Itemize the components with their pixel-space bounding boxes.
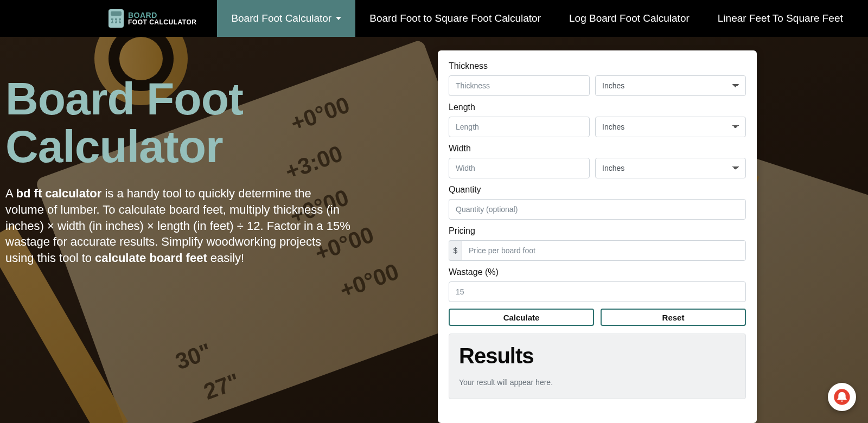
site-logo[interactable]: BOARD FOOT CALCULATOR xyxy=(108,9,196,28)
width-input[interactable] xyxy=(449,158,590,178)
nav-item-bf-to-sqft[interactable]: Board Foot to Square Foot Calculator xyxy=(355,0,555,37)
calculate-button[interactable]: Calculate xyxy=(449,309,594,326)
bell-icon xyxy=(833,388,851,406)
nav-item-log-bf[interactable]: Log Board Foot Calculator xyxy=(555,0,704,37)
nav-label: Linear Feet To Square Feet xyxy=(718,12,843,24)
label-pricing: Pricing xyxy=(449,226,746,236)
notification-button[interactable] xyxy=(828,383,856,411)
thickness-input[interactable] xyxy=(449,75,590,96)
hero-section: +0°00 +3:00 +0°00 +0°00 +0°00 30" 27" xyxy=(0,37,868,423)
reset-button[interactable]: Reset xyxy=(601,309,746,326)
button-row: Calculate Reset xyxy=(449,309,746,326)
quantity-input[interactable] xyxy=(449,199,746,220)
currency-prefix: $ xyxy=(449,240,462,261)
length-unit-select[interactable]: Inches xyxy=(595,117,746,137)
nav-item-linear-to-sqft[interactable]: Linear Feet To Square Feet xyxy=(704,0,857,37)
label-quantity: Quantity xyxy=(449,185,746,195)
field-thickness: Thickness Inches xyxy=(449,61,746,96)
wastage-input[interactable] xyxy=(449,281,746,302)
field-width: Width Inches xyxy=(449,144,746,178)
text-bold: bd ft calculator xyxy=(16,187,102,200)
length-input[interactable] xyxy=(449,117,590,137)
field-pricing: Pricing $ xyxy=(449,226,746,261)
calculator-icon xyxy=(108,9,124,28)
field-length: Length Inches xyxy=(449,102,746,137)
label-length: Length xyxy=(449,102,746,112)
label-width: Width xyxy=(449,144,746,153)
primary-nav: Board Foot Calculator Board Foot to Squa… xyxy=(217,0,857,37)
logo-line1: BOARD xyxy=(128,11,196,19)
nav-label: Board Foot Calculator xyxy=(231,12,331,24)
top-navbar: BOARD FOOT CALCULATOR Board Foot Calcula… xyxy=(0,0,868,37)
nav-label: Board Foot to Square Foot Calculator xyxy=(369,12,541,24)
text-bold: calculate board feet xyxy=(95,251,207,265)
text: A xyxy=(5,187,16,200)
field-wastage: Wastage (%) xyxy=(449,267,746,302)
nav-label: Log Board Foot Calculator xyxy=(569,12,690,24)
thickness-unit-select[interactable]: Inches xyxy=(595,75,746,96)
price-input[interactable] xyxy=(462,240,746,261)
field-quantity: Quantity xyxy=(449,185,746,220)
hero-description: A bd ft calculator is a handy tool to qu… xyxy=(5,185,353,266)
hero-copy: Board Foot Calculator A bd ft calculator… xyxy=(5,75,353,423)
calculator-card: Thickness Inches Length Inches xyxy=(438,50,757,423)
results-panel: Results Your result will appear here. xyxy=(449,334,746,399)
text: easily! xyxy=(207,251,244,265)
page-title: Board Foot Calculator xyxy=(5,75,353,170)
nav-item-board-foot-calculator[interactable]: Board Foot Calculator xyxy=(217,0,355,37)
results-placeholder: Your result will appear here. xyxy=(459,378,736,387)
label-thickness: Thickness xyxy=(449,61,746,71)
chevron-down-icon xyxy=(336,17,341,20)
logo-line2: FOOT CALCULATOR xyxy=(128,19,196,25)
results-heading: Results xyxy=(459,344,736,368)
logo-text: BOARD FOOT CALCULATOR xyxy=(128,11,196,25)
width-unit-select[interactable]: Inches xyxy=(595,158,746,178)
label-wastage: Wastage (%) xyxy=(449,267,746,277)
